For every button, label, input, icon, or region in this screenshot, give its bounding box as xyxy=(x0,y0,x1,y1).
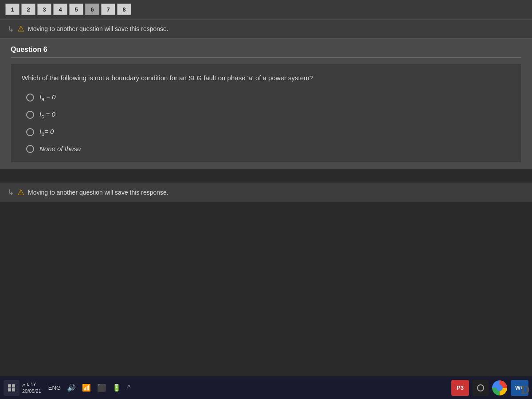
taskbar: ٤:١٧ م 20/05/21 ENG 🔊 📶 ⬛ 🔋 ^ P3 W≡ xyxy=(0,376,532,399)
warning-text-top: Moving to another question will save thi… xyxy=(28,25,168,32)
corner-dc-text: D xyxy=(521,383,530,397)
nav-num-3[interactable]: 3 xyxy=(37,4,51,15)
radio-option-2[interactable] xyxy=(26,111,34,119)
option-label-3: Ib= 0 xyxy=(39,128,54,137)
warning-text-bottom: Moving to another question will save thi… xyxy=(28,189,168,196)
warning-icon-top: ⚠ xyxy=(17,24,24,34)
question-nav-bar: 1 2 3 4 5 6 7 8 xyxy=(0,0,532,20)
radio-option-4[interactable] xyxy=(26,145,34,153)
svg-rect-0 xyxy=(8,384,11,387)
taskbar-right: P3 W≡ xyxy=(451,380,528,396)
svg-rect-2 xyxy=(8,388,11,391)
svg-rect-1 xyxy=(12,384,15,387)
taskbar-dark-app-icon[interactable] xyxy=(473,380,489,396)
option-item-1[interactable]: Ia = 0 xyxy=(26,93,510,102)
taskbar-time-info: ٤:١٧ م 20/05/21 xyxy=(22,381,41,395)
svg-rect-3 xyxy=(12,388,15,391)
option-label-1: Ia = 0 xyxy=(39,93,56,102)
taskbar-powerpoint-icon[interactable]: P3 xyxy=(451,380,469,396)
question-box: Which of the following is not a boundary… xyxy=(11,64,521,162)
radio-option-1[interactable] xyxy=(26,94,34,102)
warning-bar-bottom: ↳ ⚠ Moving to another question will save… xyxy=(0,183,532,202)
nav-num-2[interactable]: 2 xyxy=(21,4,35,15)
arrow-icon-top: ↳ xyxy=(8,25,14,33)
radio-option-3[interactable] xyxy=(26,128,34,136)
nav-num-5[interactable]: 5 xyxy=(69,4,83,15)
warning-icon-bottom: ⚠ xyxy=(17,188,24,197)
option-item-2[interactable]: Ic = 0 xyxy=(26,110,510,120)
question-text: Which of the following is not a boundary… xyxy=(22,73,510,83)
option-label-4: None of these xyxy=(39,145,81,153)
taskbar-window-icon[interactable]: ⬛ xyxy=(97,383,106,392)
nav-num-4[interactable]: 4 xyxy=(53,4,67,15)
taskbar-app-icon[interactable] xyxy=(4,380,20,396)
nav-num-1[interactable]: 1 xyxy=(5,4,20,15)
option-item-3[interactable]: Ib= 0 xyxy=(26,128,510,137)
taskbar-wifi-icon: 📶 xyxy=(82,383,91,392)
nav-num-6[interactable]: 6 xyxy=(85,4,99,15)
svg-point-4 xyxy=(477,385,484,391)
taskbar-time: ٤:١٧ م xyxy=(22,381,41,387)
taskbar-date: 20/05/21 xyxy=(22,388,41,395)
taskbar-chrome-icon[interactable] xyxy=(492,380,507,395)
taskbar-battery-icon: 🔋 xyxy=(112,383,121,392)
taskbar-speaker-icon[interactable]: 🔊 xyxy=(67,383,76,392)
warning-bar-top: ↳ ⚠ Moving to another question will save… xyxy=(0,20,532,39)
question-container: Question 6 Which of the following is not… xyxy=(0,39,532,169)
option-item-4[interactable]: None of these xyxy=(26,145,510,153)
question-title: Question 6 xyxy=(11,46,521,58)
options-list: Ia = 0 Ic = 0 Ib= 0 None of these xyxy=(22,93,510,153)
taskbar-caret-icon[interactable]: ^ xyxy=(127,384,131,392)
option-label-2: Ic = 0 xyxy=(39,110,55,120)
taskbar-left: ٤:١٧ م 20/05/21 ENG 🔊 📶 ⬛ 🔋 ^ xyxy=(4,380,131,396)
nav-num-7[interactable]: 7 xyxy=(101,4,115,15)
nav-num-8[interactable]: 8 xyxy=(117,4,131,15)
arrow-icon-bottom: ↳ xyxy=(8,188,14,196)
taskbar-lang: ENG xyxy=(48,384,61,391)
